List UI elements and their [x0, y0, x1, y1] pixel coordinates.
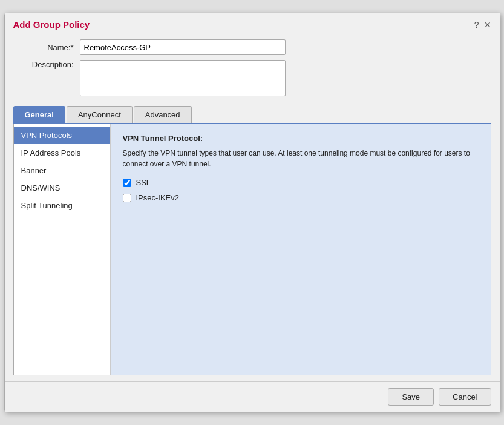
tab-bar: General AnyConnect Advanced: [13, 106, 491, 124]
tab-advanced[interactable]: Advanced: [134, 106, 192, 123]
sidebar-item-ip-address-pools[interactable]: IP Address Pools: [14, 144, 110, 162]
name-label: Name:*: [13, 43, 80, 52]
close-icon[interactable]: ✕: [484, 20, 491, 30]
help-icon[interactable]: ?: [474, 20, 479, 30]
sidebar-item-banner[interactable]: Banner: [14, 162, 110, 179]
dialog-title: Add Group Policy: [13, 19, 90, 30]
tab-general[interactable]: General: [13, 106, 65, 123]
cancel-button[interactable]: Cancel: [439, 388, 491, 406]
dialog-body: Name:* Description: General AnyConnect A…: [5, 33, 500, 381]
titlebar-actions: ? ✕: [474, 20, 491, 30]
sidebar-item-vpn-protocols[interactable]: VPN Protocols: [14, 127, 110, 144]
description-row: Description:: [13, 60, 491, 96]
save-button[interactable]: Save: [388, 388, 434, 406]
tab-anyconnect[interactable]: AnyConnect: [67, 106, 133, 123]
sidebar-item-split-tunneling[interactable]: Split Tunneling: [14, 197, 110, 214]
description-textarea[interactable]: [80, 60, 286, 96]
ipsec-label: IPsec-IKEv2: [136, 193, 180, 202]
sidebar-item-dns-wins[interactable]: DNS/WINS: [14, 179, 110, 197]
name-input[interactable]: [80, 39, 286, 55]
name-row: Name:*: [13, 39, 491, 55]
content-description: Specify the VPN tunnel types that user c…: [123, 148, 479, 170]
ssl-checkbox-row: SSL: [123, 178, 479, 187]
add-group-policy-dialog: Add Group Policy ? ✕ Name:* Description:…: [4, 13, 500, 412]
ipsec-checkbox-row: IPsec-IKEv2: [123, 193, 479, 202]
content-title: VPN Tunnel Protocol:: [123, 134, 479, 143]
dialog-footer: Save Cancel: [5, 381, 500, 412]
sidebar: VPN Protocols IP Address Pools Banner DN…: [14, 124, 111, 375]
tab-content: VPN Protocols IP Address Pools Banner DN…: [13, 124, 491, 375]
dialog-titlebar: Add Group Policy ? ✕: [5, 13, 500, 33]
ipsec-checkbox[interactable]: [123, 194, 131, 202]
description-label: Description:: [13, 60, 80, 69]
tabs-container: General AnyConnect Advanced VPN Protocol…: [13, 106, 491, 375]
ssl-checkbox[interactable]: [123, 179, 131, 187]
ssl-label: SSL: [136, 178, 151, 187]
main-content-area: VPN Tunnel Protocol: Specify the VPN tun…: [111, 124, 491, 375]
